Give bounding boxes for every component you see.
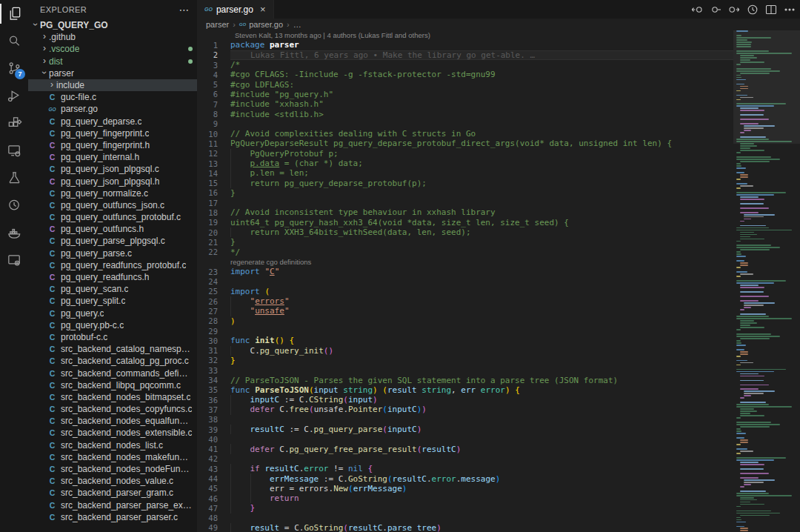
- code-line-8[interactable]: 8#include <stdlib.h>: [197, 109, 733, 119]
- line-number[interactable]: 16: [197, 188, 218, 197]
- source-control-icon[interactable]: 7: [0, 55, 28, 82]
- line-number[interactable]: 41: [197, 445, 218, 453]
- code-line-27[interactable]: 27"unsafe": [197, 306, 733, 316]
- line-number[interactable]: 34: [197, 376, 218, 385]
- tree-item-src-backend-nodes-bitmapset-c[interactable]: Csrc_backend_nodes_bitmapset.c: [28, 391, 197, 403]
- code-line-20[interactable]: 20return XXH3_64bits_withSeed(data, len,…: [197, 227, 733, 237]
- code-line-15[interactable]: 15return pg_query_deparse_protobuf(p);: [197, 178, 733, 187]
- code-line-5[interactable]: 5#cgo LDFLAGS:: [197, 79, 733, 89]
- tree-item-src-backend-nodes-value-c[interactable]: Csrc_backend_nodes_value.c: [28, 475, 197, 487]
- tree-item-pg-query-readfuncs-h[interactable]: Cpg_query_readfuncs.h: [28, 271, 197, 283]
- tree-item-pg-query-parse-c[interactable]: Cpg_query_parse.c: [28, 247, 197, 259]
- explorer-more-actions-icon[interactable]: ⋯: [179, 6, 190, 13]
- breadcrumb-item[interactable]: parser.go: [249, 20, 283, 29]
- tree-item-pg-query-json-plpgsql-c[interactable]: Cpg_query_json_plpgsql.c: [28, 163, 197, 175]
- line-number[interactable]: 9: [197, 119, 218, 128]
- line-number[interactable]: 11: [197, 139, 218, 148]
- code-line-28[interactable]: 28): [197, 316, 733, 326]
- gitlens-file-history-icon[interactable]: [747, 4, 759, 16]
- code-line-9[interactable]: 9: [197, 119, 733, 129]
- gitlens-icon[interactable]: [0, 192, 28, 219]
- code-line-23[interactable]: 23import "C": [197, 267, 733, 276]
- line-number[interactable]: 40: [197, 435, 218, 444]
- code-line-45[interactable]: 45err = errors.New(errMessage): [197, 484, 733, 493]
- tree-item-pg-query-split-c[interactable]: Cpg_query_split.c: [28, 295, 197, 307]
- code-line-31[interactable]: 31C.pg_query_init(): [197, 346, 733, 356]
- tree-item-protobuf-c-c[interactable]: Cprotobuf-c.c: [28, 331, 197, 343]
- line-number[interactable]: 27: [197, 307, 218, 316]
- explorer-icon[interactable]: [0, 0, 28, 27]
- code-line-3[interactable]: 3/*: [197, 60, 733, 70]
- code-line-40[interactable]: 40: [197, 434, 733, 444]
- line-number[interactable]: 3: [197, 61, 218, 70]
- line-number[interactable]: 1: [197, 41, 218, 50]
- tree-item-src-backend-nodes-nodefuncs-c[interactable]: Csrc_backend_nodes_nodeFuncs.c: [28, 463, 197, 475]
- workspace-settings-icon[interactable]: [0, 247, 28, 274]
- code-line-22[interactable]: 22*/: [197, 247, 733, 257]
- tree-item-src-backend-nodes-equalfuncs-c[interactable]: Csrc_backend_nodes_equalfuncs.c: [28, 415, 197, 427]
- code-line-32[interactable]: 32}: [197, 356, 733, 365]
- codelens[interactable]: Steven Kalt, 13 months ago | 4 authors (…: [197, 30, 733, 40]
- code-line-12[interactable]: 12PgQueryProtobuf p;: [197, 149, 733, 159]
- line-number[interactable]: 35: [197, 385, 218, 394]
- tree-item-src-backend-nodes-makefuncs-c[interactable]: Csrc_backend_nodes_makefuncs.c: [28, 451, 197, 463]
- tree-item-pg-query-go[interactable]: ›PG_QUERY_GO: [28, 19, 197, 31]
- tree-item-pg-query-readfuncs-protobuf-c[interactable]: Cpg_query_readfuncs_protobuf.c: [28, 259, 197, 271]
- code-line-2[interactable]: 2Lukas Fittl, 6 years ago • Make the lib…: [197, 50, 733, 60]
- more-actions-icon[interactable]: [784, 4, 796, 16]
- codelens[interactable]: regenerate cgo definitions: [197, 257, 733, 267]
- code-line-36[interactable]: 36inputC := C.CString(input): [197, 395, 733, 405]
- line-number[interactable]: 42: [197, 454, 218, 463]
- line-number[interactable]: 7: [197, 100, 218, 109]
- line-number[interactable]: 5: [197, 80, 218, 89]
- line-number[interactable]: 28: [197, 316, 218, 325]
- line-number[interactable]: 45: [197, 484, 218, 493]
- tree-item-pg-query-c[interactable]: Cpg_query.c: [28, 307, 197, 319]
- line-number[interactable]: 21: [197, 238, 218, 247]
- tree-item-pg-query-deparse-c[interactable]: Cpg_query_deparse.c: [28, 116, 197, 127]
- breadcrumb[interactable]: parser›GOparser.go›…: [197, 19, 800, 30]
- line-number[interactable]: 4: [197, 70, 218, 79]
- remote-explorer-icon[interactable]: [0, 137, 28, 164]
- line-number[interactable]: 19: [197, 218, 218, 227]
- tree-item-dist[interactable]: ›dist: [28, 56, 197, 67]
- tree-item-pg-query-parse-plpgsql-c[interactable]: Cpg_query_parse_plpgsql.c: [28, 235, 197, 247]
- tree-item-parser[interactable]: ›parser: [28, 67, 197, 79]
- open-changes-icon[interactable]: [710, 4, 721, 16]
- line-number[interactable]: 12: [197, 149, 218, 158]
- tab-close-icon[interactable]: ×: [260, 5, 266, 14]
- code-line-44[interactable]: 44errMessage := C.GoString(resultC.error…: [197, 473, 733, 483]
- code-line-49[interactable]: 49result = C.GoString(resultC.parse_tree…: [197, 523, 733, 532]
- minimap[interactable]: [733, 30, 800, 532]
- code-line-17[interactable]: 17: [197, 198, 733, 207]
- tree-item-src-backend-nodes-copyfuncs-c[interactable]: Csrc_backend_nodes_copyfuncs.c: [28, 403, 197, 415]
- code-line-21[interactable]: 21}: [197, 237, 733, 247]
- line-number[interactable]: 33: [197, 366, 218, 375]
- line-number[interactable]: 17: [197, 199, 218, 207]
- tree-item-guc-file-c[interactable]: Cguc-file.c: [28, 91, 197, 103]
- code-line-24[interactable]: 24: [197, 276, 733, 286]
- tree-item-parser-go[interactable]: GOparser.go: [28, 103, 197, 115]
- code-editor[interactable]: Steven Kalt, 13 months ago | 4 authors (…: [197, 30, 733, 532]
- tree-item-pg-query-outfuncs-protobuf-c[interactable]: Cpg_query_outfuncs_protobuf.c: [28, 211, 197, 223]
- line-number[interactable]: 30: [197, 336, 218, 345]
- code-line-13[interactable]: 13p.data = (char *) data;: [197, 159, 733, 168]
- line-number[interactable]: 37: [197, 405, 218, 414]
- breadcrumb-item[interactable]: parser: [206, 20, 229, 29]
- testing-icon[interactable]: [0, 164, 28, 192]
- tree-item-pg-query-json-plpgsql-h[interactable]: Cpg_query_json_plpgsql.h: [28, 175, 197, 187]
- line-number[interactable]: 44: [197, 474, 218, 483]
- tree-item-src-backend-catalog-namespace-c[interactable]: Csrc_backend_catalog_namespace.c: [28, 343, 197, 355]
- next-change-icon[interactable]: [728, 4, 740, 16]
- tree-item-src-backend-commands-define-c[interactable]: Csrc_backend_commands_define.c: [28, 367, 197, 379]
- line-number[interactable]: 8: [197, 110, 218, 119]
- line-number[interactable]: 15: [197, 179, 218, 187]
- line-number[interactable]: 38: [197, 415, 218, 424]
- code-line-6[interactable]: 6#include "pg_query.h": [197, 90, 733, 99]
- line-number[interactable]: 25: [197, 287, 218, 296]
- tree-item-pg-query-outfuncs-h[interactable]: Cpg_query_outfuncs.h: [28, 223, 197, 235]
- code-line-1[interactable]: 1package parser: [197, 40, 733, 50]
- tree-item-pg-query-pb-c-c[interactable]: Cpg_query.pb-c.c: [28, 319, 197, 331]
- run-and-debug-icon[interactable]: [0, 82, 28, 110]
- code-line-14[interactable]: 14p.len = len;: [197, 168, 733, 178]
